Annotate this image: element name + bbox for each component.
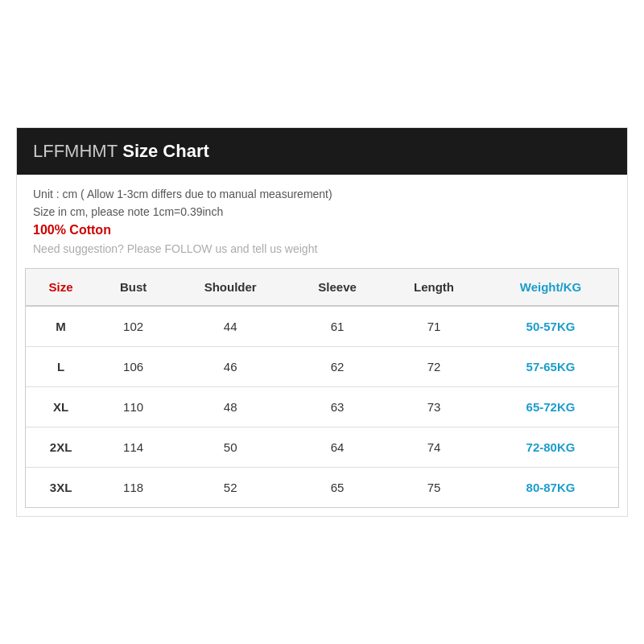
cell-sleeve: 63: [290, 387, 385, 427]
size-table-wrapper: Size Bust Shoulder Sleeve Length Weight/…: [25, 268, 619, 508]
cell-bust: 102: [96, 306, 171, 347]
unit-note: Unit : cm ( Allow 1-3cm differs due to m…: [33, 188, 611, 200]
cell-bust: 114: [96, 427, 171, 468]
cell-size: M: [26, 306, 96, 347]
cell-sleeve: 62: [290, 347, 385, 387]
table-header-row: Size Bust Shoulder Sleeve Length Weight/…: [26, 269, 618, 306]
cell-length: 73: [385, 387, 483, 427]
cell-size: L: [26, 347, 96, 387]
cell-size: 3XL: [26, 468, 96, 508]
chart-title: LFFMHMT Size Chart: [33, 141, 611, 162]
material-note: 100% Cotton: [33, 223, 611, 237]
cell-size: 2XL: [26, 427, 96, 468]
cell-length: 71: [385, 306, 483, 347]
chart-header: LFFMHMT Size Chart: [17, 128, 627, 175]
cell-shoulder: 46: [171, 347, 290, 387]
cell-sleeve: 64: [290, 427, 385, 468]
cell-bust: 106: [96, 347, 171, 387]
size-table: Size Bust Shoulder Sleeve Length Weight/…: [26, 269, 618, 507]
cell-sleeve: 61: [290, 306, 385, 347]
cell-shoulder: 52: [171, 468, 290, 508]
cell-sleeve: 65: [290, 468, 385, 508]
cell-shoulder: 48: [171, 387, 290, 427]
header-shoulder: Shoulder: [171, 269, 290, 306]
cell-weight: 80-87KG: [483, 468, 618, 508]
cell-length: 74: [385, 427, 483, 468]
table-row: M10244617150-57KG: [26, 306, 618, 347]
info-section: Unit : cm ( Allow 1-3cm differs due to m…: [17, 175, 627, 268]
table-row: 2XL11450647472-80KG: [26, 427, 618, 468]
header-weight: Weight/KG: [483, 269, 618, 306]
header-length: Length: [385, 269, 483, 306]
header-sleeve: Sleeve: [290, 269, 385, 306]
cell-bust: 118: [96, 468, 171, 508]
cell-weight: 65-72KG: [483, 387, 618, 427]
cell-weight: 72-80KG: [483, 427, 618, 468]
header-size: Size: [26, 269, 96, 306]
table-row: XL11048637365-72KG: [26, 387, 618, 427]
cell-shoulder: 44: [171, 306, 290, 347]
table-row: L10646627257-65KG: [26, 347, 618, 387]
brand-name: LFFMHMT: [33, 141, 118, 161]
header-bust: Bust: [96, 269, 171, 306]
cell-size: XL: [26, 387, 96, 427]
cell-length: 75: [385, 468, 483, 508]
cell-bust: 110: [96, 387, 171, 427]
cell-shoulder: 50: [171, 427, 290, 468]
chart-title-text: Size Chart: [118, 141, 209, 161]
table-row: 3XL11852657580-87KG: [26, 468, 618, 508]
cell-weight: 50-57KG: [483, 306, 618, 347]
size-chart-container: LFFMHMT Size Chart Unit : cm ( Allow 1-3…: [16, 127, 628, 517]
cell-weight: 57-65KG: [483, 347, 618, 387]
size-note: Size in cm, please note 1cm=0.39inch: [33, 205, 611, 218]
cell-length: 72: [385, 347, 483, 387]
suggestion-note: Need suggestion? Please FOLLOW us and te…: [33, 242, 611, 255]
